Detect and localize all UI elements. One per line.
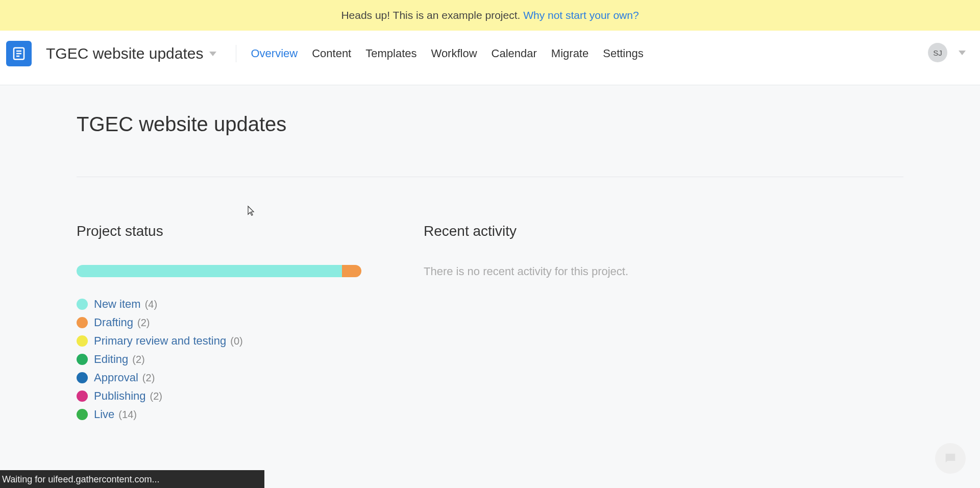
page-title: TGEC website updates [77,113,903,136]
main-content: TGEC website updates Project status New … [0,85,980,426]
status-dot-icon [77,335,88,347]
status-dot-icon [77,372,88,383]
status-progress-bar[interactable] [77,265,361,277]
status-count: (2) [150,391,162,402]
status-label: Live [94,408,114,421]
project-status-section: Project status New item(4)Drafting(2)Pri… [77,223,362,426]
chevron-down-icon [209,52,216,56]
nav-overview[interactable]: Overview [251,47,298,60]
main-nav: OverviewContentTemplatesWorkflowCalendar… [251,47,643,60]
status-count: (2) [137,317,150,329]
status-dot-icon [77,299,88,310]
section-title-recent-activity: Recent activity [424,223,903,239]
status-dot-icon [77,409,88,420]
status-item[interactable]: Editing(2) [77,353,362,366]
status-item[interactable]: Live(14) [77,408,362,421]
status-item[interactable]: Publishing(2) [77,389,362,403]
status-item[interactable]: New item(4) [77,298,362,311]
status-item[interactable]: Primary review and testing(0) [77,334,362,348]
status-label: Drafting [94,316,133,329]
nav-migrate[interactable]: Migrate [551,47,589,60]
app-logo[interactable] [6,41,32,66]
project-name: TGEC website updates [46,45,203,62]
nav-calendar[interactable]: Calendar [492,47,537,60]
help-chat-button[interactable] [935,443,966,474]
status-label: Publishing [94,389,146,403]
status-label: Approval [94,371,138,384]
avatar: SJ [928,43,947,62]
recent-activity-empty: There is no recent activity for this pro… [424,265,903,278]
status-bar: Waiting for uifeed.gathercontent.com... [0,470,264,488]
banner-link[interactable]: Why not start your own? [523,9,639,21]
chevron-down-icon [959,51,966,55]
status-count: (2) [142,372,155,384]
banner-text: Heads up! This is an example project. [341,9,523,21]
status-label: Editing [94,353,128,366]
header: TGEC website updates OverviewContentTemp… [0,31,980,85]
example-banner: Heads up! This is an example project. Wh… [0,0,980,31]
chat-icon [943,451,958,466]
status-item[interactable]: Approval(2) [77,371,362,384]
nav-workflow[interactable]: Workflow [431,47,477,60]
status-count: (14) [118,409,137,421]
user-menu[interactable]: SJ [928,43,966,62]
status-dot-icon [77,354,88,365]
status-label: New item [94,298,141,311]
recent-activity-section: Recent activity There is no recent activ… [424,223,903,426]
nav-templates[interactable]: Templates [365,47,416,60]
avatar-initials: SJ [933,48,942,57]
status-count: (4) [145,299,157,310]
divider [77,177,903,177]
nav-settings[interactable]: Settings [603,47,644,60]
document-icon [11,46,27,61]
status-list: New item(4)Drafting(2)Primary review and… [77,298,362,421]
section-title-project-status: Project status [77,223,362,239]
loading-text: Waiting for uifeed.gathercontent.com... [2,474,160,484]
status-label: Primary review and testing [94,334,226,348]
project-switcher[interactable]: TGEC website updates [46,45,236,62]
status-dot-icon [77,391,88,402]
status-item[interactable]: Drafting(2) [77,316,362,329]
status-dot-icon [77,317,88,328]
progress-segment [77,265,342,277]
nav-content[interactable]: Content [312,47,351,60]
progress-segment [342,265,361,277]
status-count: (0) [230,335,242,347]
status-count: (2) [132,354,144,365]
